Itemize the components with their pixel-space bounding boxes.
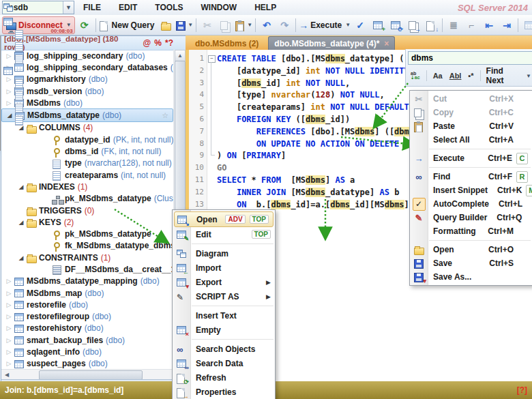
- code-fold-icon[interactable]: −: [208, 55, 216, 63]
- indent-right-button[interactable]: ⇥: [499, 17, 515, 33]
- indent-left-button[interactable]: ⇤: [481, 17, 497, 33]
- copy-results-button[interactable]: →: [405, 17, 422, 33]
- menu-item-formatting[interactable]: FormattingCtrl+M: [410, 224, 532, 238]
- tree-item-triggers[interactable]: TRIGGERS(0): [1, 205, 173, 216]
- script-page-button[interactable]: ↓: [423, 17, 439, 33]
- tree-item-pk_msdbms_datatype[interactable]: pk_MSdbms_datatype: [1, 228, 173, 239]
- tree-item-sqlagent_info[interactable]: ▷sqlagent_info(dbo): [1, 346, 173, 357]
- menu-item-open[interactable]: OpenCtrl+O: [410, 243, 532, 256]
- tree-item-log_shipping_secondary_databases[interactable]: ▷log_shipping_secondary_databases(dbo): [1, 61, 173, 73]
- expander-closed-icon[interactable]: ▷: [4, 301, 14, 308]
- menu-item-open[interactable]: ↘OpenADVTOP: [174, 211, 274, 227]
- tree-item-msdbms_datatype[interactable]: ◢MSdbms_datatype(dbo)☆: [1, 108, 173, 121]
- expander-closed-icon[interactable]: ▷: [4, 53, 14, 59]
- code-line[interactable]: ON b.[dbms_id]=a.[dbms_id][MSdbms].[d: [217, 200, 424, 209]
- menu-item-insert-snippet[interactable]: Insert SnippetCtrl+KM: [410, 183, 532, 197]
- redo-button[interactable]: ↷: [276, 17, 293, 33]
- menu-item-paste[interactable]: PasteCtrl+V: [410, 119, 532, 133]
- header-action-%[interactable]: %: [154, 38, 162, 48]
- match-case-button[interactable]: Aa: [430, 70, 445, 81]
- tree-item-restorehistory[interactable]: ▷restorehistory(dbo): [1, 323, 173, 334]
- replace-icon[interactable]: ab⇣ac: [408, 70, 423, 81]
- paste-button[interactable]: ▼: [235, 17, 252, 33]
- tree-horizontal-scrollbar[interactable]: ◀ ▶: [1, 369, 184, 380]
- tree-item-indexes[interactable]: ◢INDEXES(1): [1, 181, 173, 192]
- new-query-button[interactable]: New Query: [99, 17, 157, 33]
- chevron-down-icon[interactable]: ▼: [345, 22, 351, 28]
- tree-item-restorefilegroup[interactable]: ▷restorefilegroup(dbo): [1, 311, 173, 323]
- menu-item-diagram[interactable]: Diagram: [173, 246, 275, 261]
- header-action-@[interactable]: @: [143, 38, 151, 48]
- tree-item-msdbms[interactable]: ▷MSdbms(dbo): [1, 97, 173, 108]
- menu-item-insert-text[interactable]: Insert Text: [173, 308, 275, 323]
- refresh-button[interactable]: ⟳: [76, 17, 93, 33]
- expander-closed-icon[interactable]: ▷: [4, 290, 14, 297]
- menu-item-search-data[interactable]: ∞Search Data: [173, 356, 275, 370]
- help-button[interactable]: ?: [168, 38, 173, 48]
- scroll-up-icon[interactable]: ▲: [175, 50, 186, 61]
- regex-button[interactable]: ▪*: [465, 70, 476, 81]
- tree-item-fk_msdbms_datatype_dbms_id[interactable]: fk_MSdbms_datatype_dbms_id: [1, 240, 173, 252]
- menu-item-execute[interactable]: →ExecuteCtrl+EC: [410, 151, 532, 165]
- tree-item-msdb_version[interactable]: ▷msdb_version(dbo): [1, 85, 173, 97]
- tree-item-columns[interactable]: ◢COLUMNS(4): [1, 122, 173, 134]
- menu-item-empty[interactable]: ×Empty: [173, 323, 275, 337]
- expander-closed-icon[interactable]: ▷: [4, 360, 14, 367]
- menu-item-edit[interactable]: EDIT: [110, 0, 146, 15]
- menu-item-search-objects[interactable]: ∞Search Objects: [173, 342, 275, 356]
- export-grid-button[interactable]: ⟳: [387, 17, 404, 33]
- expander-closed-icon[interactable]: ▷: [4, 313, 14, 320]
- close-tab-icon[interactable]: ×: [384, 39, 389, 48]
- menu-item-help[interactable]: HELP: [246, 0, 285, 15]
- tree-item-smart_backup_files[interactable]: ▷smart_backup_files(dbo): [1, 334, 173, 346]
- menu-item-tools[interactable]: TOOLS: [146, 0, 192, 15]
- scroll-left-icon[interactable]: ◀: [2, 370, 12, 379]
- menu-item-refresh[interactable]: ⟳Refresh: [173, 370, 275, 385]
- code-line[interactable]: ON UPDATE NO ACTION ON DELETE NO A: [217, 139, 424, 149]
- code-line[interactable]: SELECT * FROM [MSdbms] AS a: [217, 175, 355, 185]
- editor-tab[interactable]: dbo.MSdbms (2): [190, 37, 264, 50]
- menu-item-script-as[interactable]: ✎SCRIPT AS▶: [173, 289, 275, 304]
- tree-item-pk_msdbms_datatype[interactable]: pk_MSdbms_datatype(Clustered): [1, 193, 173, 205]
- expander-closed-icon[interactable]: ▷: [4, 337, 14, 344]
- code-line[interactable]: [type] nvarchar(128) NOT NULL,: [217, 90, 385, 100]
- chevron-down-icon[interactable]: ▼: [63, 1, 74, 14]
- tree-item-dbms_id[interactable]: dbms_id(FK, int, not null): [1, 145, 173, 157]
- add-table-button[interactable]: +: [370, 17, 386, 33]
- save-button[interactable]: ▼: [175, 17, 193, 33]
- expander-open-icon[interactable]: ◢: [16, 219, 26, 226]
- menu-item-properties[interactable]: →Properties: [173, 385, 275, 399]
- code-line[interactable]: CREATE TABLE [dbo].[MSdbms_datatype] (: [217, 54, 404, 63]
- code-line[interactable]: REFERENCES [dbo].[MSdbms] ([dbms_i: [217, 127, 424, 136]
- code-line[interactable]: [createparams] int NOT NULL DEFAULT ((: [217, 102, 424, 112]
- tree-item-type[interactable]: type(nvarchar(128), not null): [1, 158, 173, 169]
- undo-button[interactable]: ↶: [258, 17, 275, 33]
- validate-button[interactable]: ✓: [352, 17, 368, 33]
- tree-item-createparams[interactable]: createparams(int, not null): [1, 169, 173, 181]
- scrollbar-thumb[interactable]: [175, 61, 186, 219]
- expander-closed-icon[interactable]: ▷: [4, 88, 14, 95]
- expander-closed-icon[interactable]: ▷: [4, 325, 14, 331]
- code-line[interactable]: [datatype_id] int NOT NULL IDENTITY(1,: [217, 66, 424, 76]
- search-input[interactable]: [408, 51, 532, 65]
- tree-item-constraints[interactable]: ◢CONSTRAINTS(1): [1, 252, 173, 263]
- code-line[interactable]: INNER JOIN [MSdbms_datatype] AS b: [217, 188, 399, 197]
- execute-button[interactable]: →Execute▼: [299, 17, 351, 33]
- menu-item-edit[interactable]: ✎EditTOP: [173, 227, 275, 241]
- expander-open-icon[interactable]: ◢: [16, 254, 26, 261]
- tree-item-logmarkhistory[interactable]: ▷logmarkhistory(dbo): [1, 74, 173, 85]
- code-line[interactable]: ) ON [PRIMARY]: [217, 151, 286, 160]
- menu-item-select-all[interactable]: Select AllCtrl+A: [410, 133, 532, 147]
- editor-tab[interactable]: dbo.MSdbms_datatype (4)*×: [268, 36, 395, 50]
- find-next-button[interactable]: Find Next ▼: [486, 66, 531, 85]
- tree-item-restorefile[interactable]: ▷restorefile(dbo): [1, 299, 173, 310]
- code-line[interactable]: [dbms_id] int NOT NULL,: [217, 78, 350, 88]
- expander-closed-icon[interactable]: ▷: [4, 100, 14, 106]
- uncomment-button[interactable]: ⌐: [463, 17, 479, 33]
- expander-open-icon[interactable]: ◢: [5, 112, 14, 119]
- tree-item-log_shipping_secondary[interactable]: ▷log_shipping_secondary(dbo): [1, 50, 173, 61]
- menu-item-window[interactable]: WINDOW: [192, 0, 246, 15]
- tree-item-suspect_pages[interactable]: ▷suspect_pages(dbo): [1, 358, 173, 369]
- tree-item-keys[interactable]: ◢KEYS(2): [1, 216, 173, 228]
- tree-item-df__msdbms_da__creat__1367e60[interactable]: DF__MSdbms_da__creat__1367E60: [1, 263, 173, 275]
